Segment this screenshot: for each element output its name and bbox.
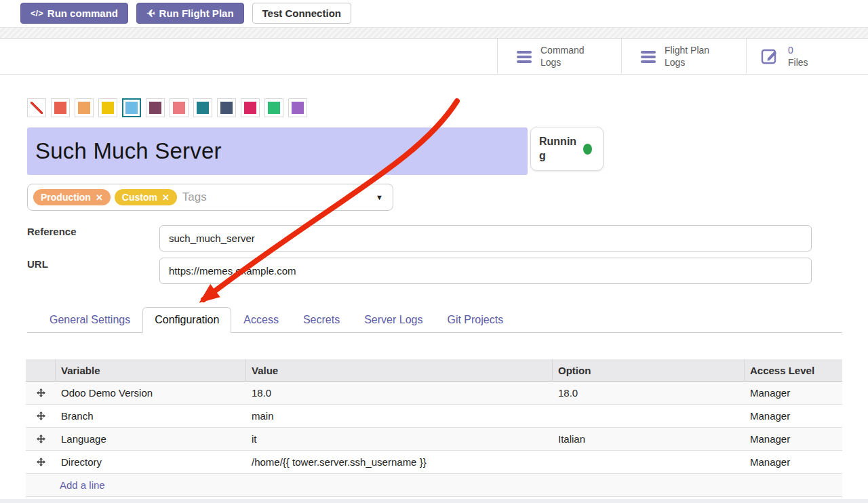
separator-strip <box>0 27 868 39</box>
reference-input[interactable] <box>159 225 812 252</box>
cell-access-level[interactable]: Manager <box>745 387 842 399</box>
cell-access-level[interactable]: Manager <box>745 456 842 468</box>
color-swatch[interactable] <box>217 98 236 117</box>
tab-secrets[interactable]: Secrets <box>291 307 352 333</box>
status-led-icon <box>583 144 592 155</box>
column-header-option[interactable]: Option <box>553 359 745 382</box>
table-row[interactable]: Odoo Demo Version 18.0 18.0 Manager <box>26 382 842 405</box>
cell-access-level[interactable]: Manager <box>745 433 842 445</box>
color-swatch[interactable] <box>51 98 70 117</box>
color-swatch-none[interactable] <box>27 98 46 117</box>
menu-lines-icon <box>641 51 656 63</box>
color-swatch[interactable] <box>264 98 283 117</box>
run-flight-plan-label: Run Flight Plan <box>159 7 234 19</box>
reference-label: Reference <box>27 226 77 237</box>
color-swatch[interactable] <box>193 98 212 117</box>
color-swatch[interactable] <box>241 98 260 117</box>
tag-label: Custom <box>122 192 157 203</box>
table-row[interactable]: Directory /home/{{ tower.server.ssh_user… <box>26 451 842 474</box>
flight-plan-logs-label: Flight Plan Logs <box>665 45 724 68</box>
table-header: Variable Value Option Access Level <box>26 359 842 382</box>
notebook-tabs: General Settings Configuration Access Se… <box>27 307 842 333</box>
run-flight-plan-button[interactable]: ✈ Run Flight Plan <box>136 3 244 24</box>
column-header-variable[interactable]: Variable <box>56 359 246 382</box>
column-header-access-level[interactable]: Access Level <box>745 359 842 382</box>
cell-value[interactable]: it <box>246 433 553 445</box>
cell-access-level[interactable]: Manager <box>745 410 842 422</box>
stat-buttons: Command Logs Flight Plan Logs 0 Files <box>497 39 868 75</box>
test-connection-button[interactable]: Test Connection <box>252 3 351 24</box>
color-swatch[interactable] <box>146 98 165 117</box>
tab-server-logs[interactable]: Server Logs <box>352 307 435 333</box>
menu-lines-icon <box>517 51 532 63</box>
record-title-banner[interactable]: Such Much Server <box>27 127 528 175</box>
color-swatch[interactable] <box>98 98 117 117</box>
table-row[interactable]: Branch main Manager <box>26 405 842 428</box>
cell-value[interactable]: 18.0 <box>246 387 553 399</box>
color-swatch-selected[interactable] <box>122 98 141 117</box>
status-band: Command Logs Flight Plan Logs 0 Files <box>0 39 868 75</box>
files-count: 0 <box>788 45 793 56</box>
color-palette <box>27 98 307 117</box>
test-connection-label: Test Connection <box>262 7 341 19</box>
run-command-button[interactable]: </> Run command <box>20 3 128 24</box>
run-command-label: Run command <box>47 7 118 19</box>
remove-tag-icon[interactable]: ✕ <box>162 193 170 203</box>
drag-handle-icon[interactable] <box>26 458 56 466</box>
page-title: Such Much Server <box>35 138 222 164</box>
config-table: Variable Value Option Access Level Odoo … <box>26 359 842 497</box>
cell-variable[interactable]: Branch <box>56 410 246 422</box>
handle-column-header <box>26 359 56 382</box>
action-buttons: </> Run command ✈ Run Flight Plan Test C… <box>20 3 351 24</box>
tab-configuration[interactable]: Configuration <box>142 307 231 333</box>
tag-production[interactable]: Production ✕ <box>33 189 111 205</box>
control-panel: </> Run command ✈ Run Flight Plan Test C… <box>0 0 868 27</box>
tag-label: Production <box>41 192 91 203</box>
cell-value[interactable]: /home/{{ tower.server.ssh_username }} <box>246 456 553 468</box>
cell-variable[interactable]: Directory <box>56 456 246 468</box>
table-row[interactable]: Language it Italian Manager <box>26 428 842 451</box>
drag-handle-icon[interactable] <box>26 411 56 420</box>
drag-handle-icon[interactable] <box>26 388 56 397</box>
url-label: URL <box>27 258 48 270</box>
status-label: Running <box>539 135 577 163</box>
files-label: Files <box>788 57 808 68</box>
add-a-line-link[interactable]: Add a line <box>26 479 105 491</box>
cell-variable[interactable]: Language <box>56 433 246 445</box>
tags-placeholder: Tags <box>182 190 207 204</box>
command-logs-button[interactable]: Command Logs <box>497 39 621 75</box>
edit-file-icon <box>760 46 779 68</box>
url-input[interactable] <box>159 258 812 284</box>
no-color-icon <box>31 102 43 114</box>
color-swatch[interactable] <box>170 98 189 117</box>
flight-plan-logs-button[interactable]: Flight Plan Logs <box>621 39 746 75</box>
tags-field[interactable]: Production ✕ Custom ✕ Tags ▼ <box>27 184 393 211</box>
tab-git-projects[interactable]: Git Projects <box>435 307 515 333</box>
cell-option[interactable]: 18.0 <box>553 387 745 399</box>
cell-variable[interactable]: Odoo Demo Version <box>56 387 246 399</box>
cell-option[interactable]: Italian <box>553 433 745 445</box>
command-logs-label: Command Logs <box>540 45 600 68</box>
drag-handle-icon[interactable] <box>26 435 56 443</box>
sheet-bottom-strip <box>0 499 868 503</box>
color-swatch[interactable] <box>288 98 307 117</box>
color-swatch[interactable] <box>75 98 94 117</box>
tab-general-settings[interactable]: General Settings <box>37 307 142 333</box>
files-button[interactable]: 0 Files <box>746 39 868 75</box>
cell-value[interactable]: main <box>246 410 553 422</box>
dropdown-caret-icon[interactable]: ▼ <box>376 193 383 201</box>
server-form-page: </> Run command ✈ Run Flight Plan Test C… <box>0 0 868 503</box>
tab-access[interactable]: Access <box>231 307 291 333</box>
plane-icon: ✈ <box>146 7 155 20</box>
code-icon: </> <box>31 8 43 18</box>
running-status-button[interactable]: Running <box>530 127 604 171</box>
files-text: 0 Files <box>788 45 808 68</box>
column-header-value[interactable]: Value <box>246 359 553 382</box>
tag-custom[interactable]: Custom ✕ <box>115 189 177 205</box>
add-line-row: Add a line <box>26 474 842 497</box>
remove-tag-icon[interactable]: ✕ <box>96 193 103 203</box>
